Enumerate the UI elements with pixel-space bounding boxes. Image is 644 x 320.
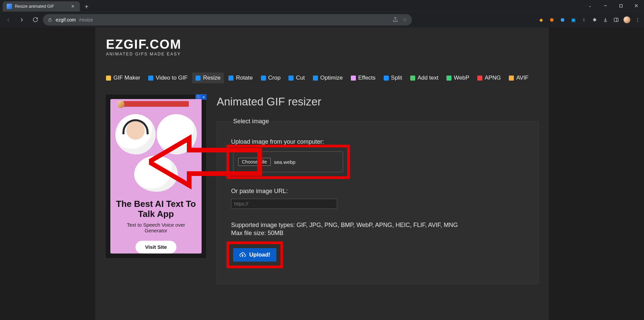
nav-reload-button[interactable]	[30, 14, 41, 26]
svg-rect-8	[614, 18, 618, 21]
browser-toolbar: ezgif.com/resize ☆ ◆ ⬢ ⬣ ▣ ⬇ ✱ ⋮	[0, 11, 644, 28]
card-legend: Select image	[231, 118, 271, 125]
image-url-input[interactable]	[231, 199, 337, 209]
nav-item-cut[interactable]: Cut	[285, 73, 308, 83]
kebab-menu-icon[interactable]: ⋮	[634, 16, 641, 24]
nav-back-button[interactable]	[3, 14, 14, 26]
nav-icon	[509, 76, 514, 81]
ad-blob	[115, 114, 156, 154]
nav-item-video-to-gif[interactable]: Video to GIF	[145, 73, 191, 83]
ad-creative: The Best AI Text To Talk App Text to Spe…	[110, 99, 202, 254]
svg-rect-1	[620, 4, 622, 7]
nav-icon	[148, 76, 153, 81]
ad-close-icon[interactable]: ✕	[201, 94, 206, 100]
main-nav: GIF MakerVideo to GIFResizeRotateCropCut…	[103, 73, 541, 84]
nav-item-label: Resize	[203, 75, 220, 81]
page-viewport: EZGIF.COM ANIMATED GIFS MADE EASY GIF Ma…	[0, 28, 644, 320]
nav-item-optimize[interactable]: Optimize	[310, 73, 346, 83]
nav-item-effects[interactable]: Effects	[347, 73, 379, 83]
tab-close-icon[interactable]: ✕	[70, 3, 76, 9]
url-domain: ezgif.com	[56, 17, 76, 22]
address-bar[interactable]: ezgif.com/resize ☆	[43, 14, 412, 26]
nav-item-label: AVIF	[516, 75, 529, 81]
download-indicator-icon[interactable]: ⬇	[580, 16, 588, 24]
nav-item-label: Optimize	[320, 75, 343, 81]
nav-icon	[384, 76, 389, 81]
nav-item-label: Cut	[296, 75, 305, 81]
ext-todo-icon[interactable]: ▣	[570, 16, 577, 24]
nav-item-label: APNG	[485, 75, 501, 81]
ad-blob	[134, 156, 178, 192]
url-label: Or paste image URL:	[231, 188, 524, 195]
nav-icon	[477, 76, 482, 81]
url-path: /resize	[79, 17, 93, 22]
nav-icon	[228, 76, 233, 81]
chevron-down-icon[interactable]: ⌄	[582, 0, 598, 11]
main-column: Animated GIF resizer Select image Upload…	[217, 94, 539, 284]
cloud-upload-icon	[239, 252, 246, 258]
ext-cube-icon[interactable]: ◆	[537, 16, 545, 24]
lock-icon	[48, 17, 52, 22]
ad-headline: The Best AI Text To Talk App	[114, 199, 198, 219]
bookmark-star-icon[interactable]: ☆	[403, 17, 407, 22]
choose-file-button[interactable]: Choose File	[238, 158, 271, 166]
site-logo[interactable]: EZGIF.COM ANIMATED GIFS MADE EASY	[95, 28, 549, 60]
file-dropzone[interactable]: Choose File sea.webp	[233, 151, 343, 172]
nav-icon	[410, 76, 415, 81]
nav-item-label: Add text	[418, 75, 438, 81]
nav-icon	[446, 76, 451, 81]
nav-item-label: Split	[391, 75, 402, 81]
sidebar-ad[interactable]: ⓘ ✕ The Best AI Text To Talk App Text to…	[105, 94, 207, 259]
tab-title: Resize animated GIF	[15, 4, 54, 9]
downloads-icon[interactable]	[602, 16, 609, 24]
logo-main: EZGIF.COM	[106, 38, 538, 50]
sidepanel-icon[interactable]	[612, 16, 620, 24]
upload-button-label: Upload!	[249, 252, 270, 258]
page-title: Animated GIF resizer	[217, 95, 539, 108]
nav-icon	[196, 76, 201, 81]
nav-item-label: Video to GIF	[156, 75, 187, 81]
nav-item-label: Crop	[268, 75, 281, 81]
max-size-text: Max file size: 50MB	[231, 229, 524, 237]
ad-blob	[157, 114, 197, 154]
nav-item-resize[interactable]: Resize	[192, 73, 224, 83]
nav-item-rotate[interactable]: Rotate	[225, 73, 256, 83]
upload-label: Upload image from your computer:	[231, 138, 524, 145]
nav-icon	[351, 76, 356, 81]
chosen-file-name: sea.webp	[274, 159, 296, 165]
nav-item-add-text[interactable]: Add text	[407, 73, 442, 83]
nav-item-label: GIF Maker	[113, 75, 140, 81]
nav-item-avif[interactable]: AVIF	[505, 73, 532, 83]
nav-icon	[313, 76, 318, 81]
select-image-card: Select image Upload image from your comp…	[217, 118, 539, 284]
window-maximize-button[interactable]	[613, 0, 629, 11]
nav-item-crop[interactable]: Crop	[258, 73, 284, 83]
browser-tab[interactable]: Resize animated GIF ✕	[3, 1, 80, 11]
nav-item-label: Rotate	[236, 75, 253, 81]
supported-types-text: Supported image types: GIF, JPG, PNG, BM…	[231, 221, 524, 229]
tab-favicon	[7, 4, 12, 9]
ext-shield-icon[interactable]: ⬣	[559, 16, 566, 24]
nav-item-apng[interactable]: APNG	[474, 73, 504, 83]
new-tab-button[interactable]: +	[82, 2, 91, 11]
nav-icon	[261, 76, 266, 81]
window-minimize-button[interactable]	[598, 0, 613, 11]
browser-titlebar: Resize animated GIF ✕ + ⌄	[0, 0, 644, 11]
nav-item-label: WebP	[454, 75, 469, 81]
upload-button[interactable]: Upload!	[233, 248, 276, 262]
nav-item-split[interactable]: Split	[380, 73, 406, 83]
ad-banner-strip	[123, 101, 189, 107]
ad-cta-button[interactable]: Visit Site	[136, 241, 176, 254]
ext-metamask-icon[interactable]: ⬢	[548, 16, 555, 24]
page-container: EZGIF.COM ANIMATED GIFS MADE EASY GIF Ma…	[95, 28, 549, 320]
extensions-icon[interactable]: ✱	[591, 16, 598, 24]
nav-icon	[288, 76, 293, 81]
share-icon[interactable]	[392, 17, 398, 22]
window-close-button[interactable]	[629, 0, 644, 11]
profile-avatar[interactable]	[623, 16, 631, 24]
nav-item-gif-maker[interactable]: GIF Maker	[103, 73, 144, 83]
nav-forward-button[interactable]	[16, 14, 28, 26]
nav-item-label: Effects	[358, 75, 376, 81]
nav-item-webp[interactable]: WebP	[443, 73, 473, 83]
svg-rect-4	[49, 19, 51, 21]
